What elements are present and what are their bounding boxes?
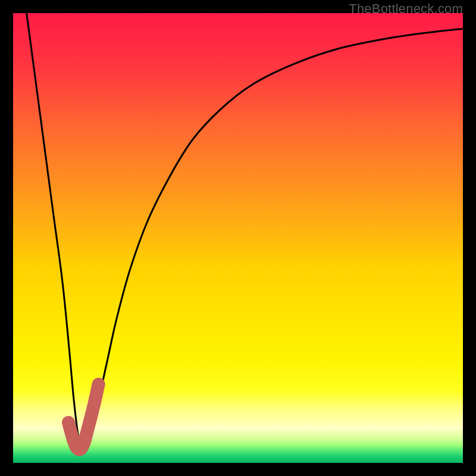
outer-frame: TheBottleneck.com <box>0 0 476 476</box>
chart-svg <box>13 13 463 463</box>
watermark-text: TheBottleneck.com <box>349 1 463 17</box>
gradient-background <box>13 13 463 463</box>
plot-area <box>13 13 463 463</box>
